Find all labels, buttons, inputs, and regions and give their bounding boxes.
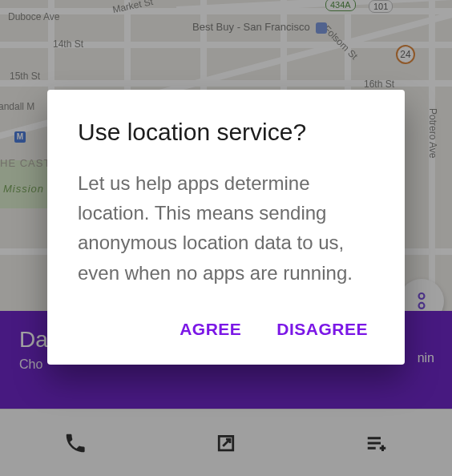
- location-dialog: Use location service? Let us help apps d…: [47, 90, 405, 365]
- dialog-title: Use location service?: [78, 119, 374, 146]
- disagree-button[interactable]: DISAGREE: [276, 320, 368, 339]
- app-root: Duboce Ave Market St 14th St 15th St 16t…: [0, 0, 452, 476]
- dialog-actions: AGREE DISAGREE: [78, 320, 374, 345]
- agree-button[interactable]: AGREE: [180, 320, 241, 339]
- dialog-body: Let us help apps determine location. Thi…: [78, 168, 374, 288]
